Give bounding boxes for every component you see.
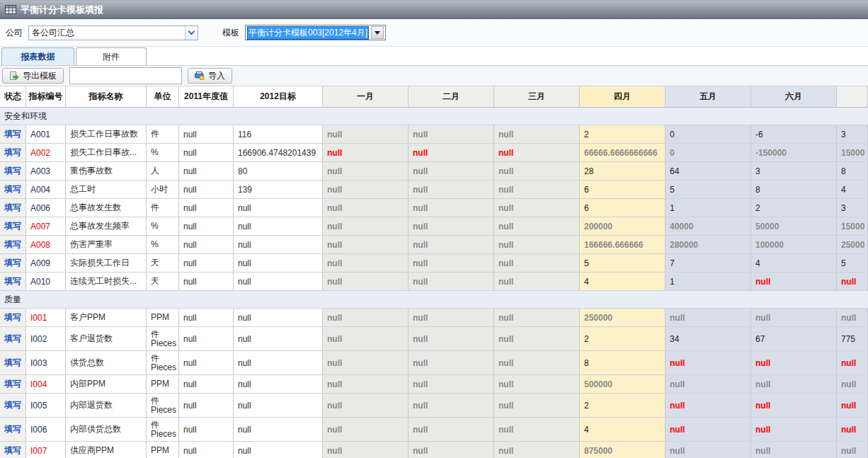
month-value-jan: null [323, 236, 409, 254]
indicator-code: A003 [26, 162, 66, 181]
target-2012: null [234, 375, 323, 394]
indicator-code: I004 [26, 375, 66, 394]
month-value-jul: 4 [837, 181, 868, 199]
month-value-jan: null [323, 254, 409, 273]
status-cell: 填写 [0, 125, 26, 144]
table-row-I001: 填写I001客户PPMPPMnullnullnullnullnull250000… [0, 309, 868, 327]
month-value-jul: 25000 [837, 236, 868, 254]
month-value-mar: null [494, 144, 580, 162]
column-header-apr: 四月 [580, 86, 666, 108]
month-value-jul: 8 [837, 162, 868, 181]
fill-link[interactable]: 填写 [4, 311, 21, 324]
fill-link[interactable]: 填写 [4, 357, 21, 369]
fill-link[interactable]: 填写 [4, 333, 21, 345]
select-dropdown-trigger[interactable] [371, 26, 384, 39]
month-value-feb: null [409, 144, 494, 162]
indicator-name: 损失工作日事故... [66, 144, 147, 162]
fill-link[interactable]: 填写 [4, 220, 21, 232]
status-cell: 填写 [0, 199, 26, 217]
month-value-jan: null [323, 327, 409, 351]
month-value-feb: null [409, 125, 494, 144]
fill-link[interactable]: 填写 [4, 183, 21, 195]
export-template-label: 导出模板 [23, 70, 57, 82]
export-template-button[interactable]: 导出模板 [2, 68, 64, 84]
month-value-apr: 6 [580, 199, 666, 217]
month-value-apr: 6 [580, 181, 666, 199]
month-value-jan: null [323, 375, 409, 394]
tab-attachments[interactable]: 附件 [76, 47, 147, 65]
table-row-A002: 填写A002损失工作日事故...%null166906.4748201439nu… [0, 144, 868, 162]
import-file-input[interactable] [69, 67, 182, 84]
import-button[interactable]: 导入 [188, 68, 232, 84]
indicator-code: A006 [26, 199, 66, 217]
company-combobox[interactable]: 各公司汇总 [28, 25, 198, 40]
tab-report-data[interactable]: 报表数据 [1, 47, 74, 65]
month-value-may: null [666, 351, 751, 375]
month-value-jun: 3 [751, 162, 837, 181]
value-2011: null [179, 254, 234, 273]
month-value-apr: 4 [580, 418, 666, 442]
month-value-jul: 5 [837, 254, 868, 273]
column-header-y2011: 2011年度值 [179, 86, 234, 108]
month-value-apr: 2 [580, 125, 666, 144]
month-value-may: null [666, 309, 751, 327]
month-value-jul: 3 [837, 125, 868, 144]
month-value-jan: null [323, 217, 409, 236]
fill-link[interactable]: 填写 [4, 399, 21, 411]
fill-link[interactable]: 填写 [4, 445, 21, 457]
indicator-unit: 件 [147, 199, 179, 217]
month-value-jun: null [751, 309, 837, 327]
month-value-feb: null [409, 254, 494, 273]
column-header-jul [837, 86, 868, 108]
template-select[interactable]: 平衡计分卡模板003[2012年4月] [245, 25, 386, 40]
month-value-jun: 2 [751, 199, 837, 217]
value-2011: null [179, 309, 234, 327]
month-value-may: 64 [666, 162, 751, 181]
month-value-feb: null [409, 236, 494, 254]
indicator-unit: 天 [147, 254, 179, 273]
indicator-code: A010 [26, 273, 66, 291]
month-value-jul: null [837, 375, 868, 394]
fill-link[interactable]: 填写 [4, 147, 21, 159]
month-value-feb: null [409, 442, 494, 458]
month-value-feb: null [409, 375, 494, 394]
indicator-unit: 人 [147, 162, 179, 181]
month-value-apr: 8 [580, 351, 666, 375]
fill-link[interactable]: 填写 [4, 378, 21, 390]
month-value-apr: 875000 [580, 442, 666, 458]
column-header-jan: 一月 [323, 86, 409, 108]
column-header-mar: 三月 [494, 86, 580, 108]
fill-link[interactable]: 填写 [4, 128, 21, 140]
status-cell: 填写 [0, 162, 26, 181]
fill-link[interactable]: 填写 [4, 239, 21, 251]
value-2011: null [179, 125, 234, 144]
indicator-unit: 天 [147, 273, 179, 291]
import-label: 导入 [208, 70, 225, 82]
company-combobox-value: 各公司汇总 [29, 27, 185, 39]
column-header-feb: 二月 [409, 86, 494, 108]
month-value-jul: 3 [837, 199, 868, 217]
indicator-name: 内部供货总数 [66, 418, 147, 442]
month-value-mar: null [494, 375, 580, 394]
window-titlebar: 平衡计分卡模板填报 [0, 0, 868, 19]
combo-dropdown-trigger[interactable] [185, 26, 198, 40]
month-value-apr: 66666.6666666666 [580, 144, 666, 162]
table-row-I003: 填写I003供货总数件 Piecesnullnullnullnullnull8n… [0, 351, 868, 375]
indicator-unit: % [147, 144, 179, 162]
indicator-name: 总事故发生频率 [66, 217, 147, 236]
indicator-unit: 件 Pieces [147, 394, 179, 418]
fill-link[interactable]: 填写 [4, 275, 21, 287]
target-2012: null [234, 418, 323, 442]
indicator-name: 供货总数 [66, 351, 147, 375]
fill-link[interactable]: 填写 [4, 257, 21, 269]
month-value-jan: null [323, 273, 409, 291]
fill-link[interactable]: 填写 [4, 165, 21, 177]
indicator-name: 内部退货数 [66, 394, 147, 418]
month-value-jun: null [751, 442, 837, 458]
column-header-jun: 六月 [751, 86, 837, 108]
status-cell: 填写 [0, 217, 26, 236]
status-cell: 填写 [0, 254, 26, 273]
fill-link[interactable]: 填写 [4, 202, 21, 214]
fill-link[interactable]: 填写 [4, 423, 21, 435]
month-value-jul: null [837, 442, 868, 458]
